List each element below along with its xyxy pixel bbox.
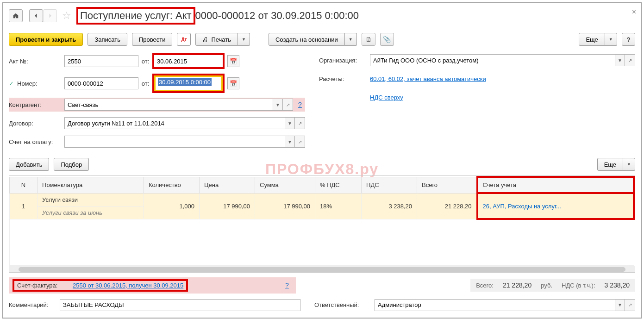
print-button[interactable]: 🖨 Печать [195, 33, 238, 46]
from-label-2: от: [138, 80, 152, 87]
org-dropdown[interactable]: ▼ [615, 54, 625, 66]
invoice-open[interactable]: ↗ [295, 136, 305, 148]
status-icon: ✓ [9, 80, 17, 87]
number-input[interactable] [64, 77, 138, 89]
th-vat[interactable]: НДС [362, 177, 417, 193]
cell-price[interactable]: 17 990,00 [200, 193, 255, 219]
contragent-input[interactable] [64, 99, 273, 111]
print-dropdown[interactable]: ▼ [238, 33, 250, 46]
act-date-input[interactable] [154, 55, 223, 67]
page-title-boxed: Поступление услуг: Акт [76, 7, 195, 25]
cell-vatpct[interactable]: 18% [315, 193, 362, 219]
contract-dropdown[interactable]: ▼ [285, 117, 295, 129]
h-scrollbar[interactable] [9, 266, 635, 272]
th-accounts[interactable]: Счета учета [477, 177, 634, 193]
from-label-1: от: [138, 58, 152, 65]
total-label: Всего: [476, 282, 494, 289]
more-dropdown[interactable]: ▼ [605, 33, 617, 46]
contract-input[interactable] [64, 117, 285, 129]
back-button[interactable] [29, 9, 43, 22]
sf-link[interactable]: 2550 от 30.06.2015, получен 30.09.2015 [73, 282, 183, 289]
more-button[interactable]: Еще [579, 33, 605, 46]
sf-label: Счет-фактура: [17, 282, 73, 289]
table-row[interactable]: 1 Услуги связи 1,000 17 990,00 17 990,00… [10, 193, 634, 206]
th-vatpct[interactable]: % НДС [315, 177, 362, 193]
cell-vat[interactable]: 3 238,20 [362, 193, 417, 219]
home-button[interactable] [9, 9, 23, 22]
invoice-dropdown[interactable]: ▼ [285, 136, 295, 148]
calc-label: Расчеты: [319, 75, 370, 82]
cell-n: 1 [10, 193, 38, 219]
calendar-icon-2[interactable]: 📅 [227, 77, 239, 89]
resp-input[interactable] [375, 299, 615, 311]
th-nomen[interactable]: Номенклатура [38, 177, 144, 193]
clip-icon[interactable]: 📎 [380, 33, 394, 46]
cell-sum[interactable]: 17 990,00 [255, 193, 315, 219]
number-label: Номер: [17, 80, 64, 87]
close-icon[interactable]: × [632, 8, 636, 16]
add-row-button[interactable]: Добавить [9, 158, 49, 171]
cell-qty[interactable]: 1,000 [144, 193, 200, 219]
select-button[interactable]: Подбор [54, 158, 89, 171]
act-no-input[interactable] [64, 55, 138, 67]
calendar-icon-1[interactable]: 📅 [227, 55, 239, 67]
contragent-open[interactable]: ↗ [283, 99, 293, 111]
help-button[interactable]: ? [622, 33, 635, 46]
empty-space [10, 219, 634, 265]
comment-input[interactable] [60, 299, 300, 311]
create-from-button[interactable]: Создать на основании [269, 33, 345, 46]
header: ☆ Поступление услуг: Акт 0000-000012 от … [9, 7, 635, 25]
invoice-label: Счет на оплату: [9, 138, 64, 145]
vat-label: НДС (в т.ч.): [562, 282, 595, 289]
invoice-input[interactable] [64, 136, 285, 148]
forward-button [43, 9, 57, 22]
dtkt-icon[interactable]: Дт [177, 33, 191, 46]
th-qty[interactable]: Количество [144, 177, 200, 193]
cell-total[interactable]: 21 228,20 [417, 193, 477, 219]
cell-nomen[interactable]: Услуги связи [38, 193, 144, 206]
cell-accounts[interactable]: 26, АУП, Расходы на услуг... [477, 193, 634, 219]
number-date-input[interactable]: 30.09.2015 0:00:00 [158, 78, 212, 86]
currency: руб. [541, 282, 552, 289]
th-total[interactable]: Всего [417, 177, 477, 193]
total-value: 21 228,20 [503, 281, 531, 289]
post-button[interactable]: Провести [132, 33, 173, 46]
doc-icon[interactable]: 🗎 [362, 33, 375, 46]
contract-label: Договор: [9, 120, 64, 127]
page-title-rest: 0000-000012 от 30.09.2015 0:00:00 [195, 10, 359, 22]
resp-label: Ответственный: [314, 301, 375, 308]
th-sum[interactable]: Сумма [255, 177, 315, 193]
table-more-button[interactable]: Еще [597, 158, 623, 171]
star-icon[interactable]: ☆ [61, 10, 73, 22]
th-price[interactable]: Цена [200, 177, 255, 193]
resp-dropdown[interactable]: ▼ [615, 299, 625, 311]
contragent-help[interactable]: ? [295, 99, 305, 111]
contragent-dropdown[interactable]: ▼ [273, 99, 283, 111]
contragent-label: Контрагент: [9, 101, 64, 108]
create-from-dropdown[interactable]: ▼ [345, 33, 357, 46]
items-table: N Номенклатура Количество Цена Сумма % Н… [9, 175, 635, 273]
vat-link[interactable]: НДС сверху [370, 94, 403, 101]
save-button[interactable]: Записать [88, 33, 127, 46]
act-no-label: Акт №: [9, 58, 64, 65]
th-n[interactable]: N [10, 177, 38, 193]
org-label: Организация: [319, 57, 370, 64]
vat-value: 3 238,20 [605, 281, 630, 289]
comment-label: Комментарий: [9, 301, 60, 308]
post-and-close-button[interactable]: Провести и закрыть [9, 33, 83, 46]
sf-help[interactable]: ? [282, 279, 292, 291]
table-more-dropdown[interactable]: ▼ [623, 158, 635, 171]
contract-open[interactable]: ↗ [295, 117, 305, 129]
cell-desc[interactable]: Услуги связи за июнь [38, 206, 144, 219]
toolbar: Провести и закрыть Записать Провести Дт … [9, 33, 635, 46]
calc-link[interactable]: 60.01, 60.02, зачет аванса автоматически [370, 75, 486, 82]
resp-open[interactable]: ↗ [625, 299, 635, 311]
printer-icon: 🖨 [202, 36, 208, 43]
totals-panel: Всего: 21 228,20 руб. НДС (в т.ч.): 3 23… [470, 279, 635, 292]
org-open[interactable]: ↗ [625, 54, 635, 66]
org-input[interactable] [370, 54, 615, 66]
